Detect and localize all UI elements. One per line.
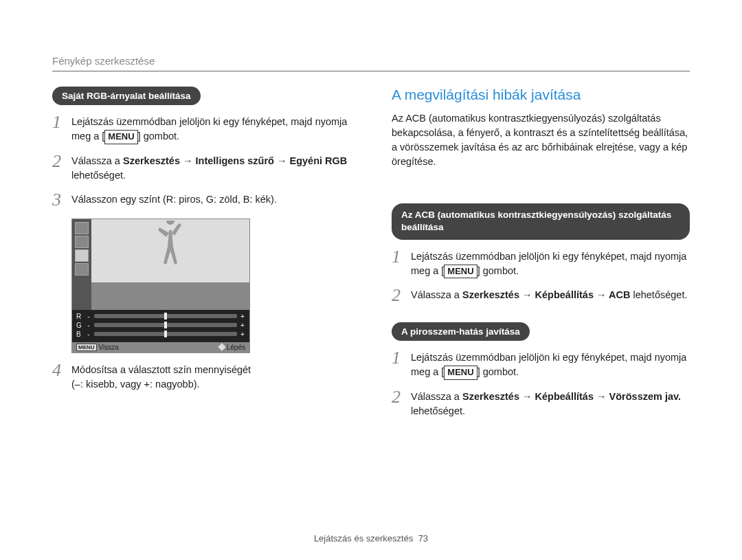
- menu-button-label: MENU: [104, 130, 137, 144]
- page-footer: Lejátszás és szerkesztés 73: [0, 533, 742, 544]
- camera-screen-mockup: R - + G - + B - +: [71, 219, 250, 353]
- slider-row-g: G - +: [76, 322, 245, 329]
- mock-photo-area: [91, 219, 249, 310]
- step-text: lehetőséget.: [411, 405, 465, 416]
- lighting-fix-intro: Az ACB (automatikus kontrasztkiegyensúly…: [392, 111, 690, 169]
- step-text: Módosítsa a választott szín mennyiségét: [71, 363, 350, 377]
- rgb-step-1: 1 Lejátszás üzemmódban jelöljön ki egy f…: [52, 115, 350, 144]
- step-text: lehetőséget.: [71, 170, 126, 181]
- mock-footer: MENU Vissza Lépés: [72, 342, 249, 352]
- slider-plus: +: [240, 313, 245, 320]
- step-number: 2: [392, 287, 411, 304]
- mock-sidebar: [72, 219, 91, 310]
- mock-move-label: Lépés: [227, 344, 245, 351]
- step-text: (–: kisebb, vagy +: nagyobb).: [71, 377, 350, 392]
- step-body: Módosítsa a választott szín mennyiségét …: [71, 363, 350, 392]
- menu-button-label: MENU: [444, 265, 477, 279]
- mock-back: MENU Vissza: [76, 344, 119, 351]
- step-body: Válassza a Szerkesztés → Képbeállítás → …: [411, 390, 690, 418]
- redeye-step-2: 2 Válassza a Szerkesztés → Képbeállítás …: [392, 390, 690, 418]
- step-number: 3: [52, 191, 71, 209]
- step-number: 2: [392, 388, 411, 418]
- step-number: 4: [52, 361, 71, 392]
- dpad-icon: [218, 344, 225, 351]
- menu-path: Szerkesztés → Intelligens szűrő → Egyéni…: [123, 155, 347, 166]
- step-text: ] gombot.: [477, 366, 519, 377]
- step-number: 1: [392, 248, 411, 279]
- redeye-step-1: 1 Lejátszás üzemmódban jelöljön ki egy f…: [392, 350, 690, 380]
- menu-path: Szerkesztés → Képbeállítás → Vörösszem j…: [462, 391, 681, 402]
- mock-back-label: Vissza: [99, 344, 119, 351]
- rgb-section-pill: Saját RGB-árnyalat beállítása: [52, 87, 201, 105]
- rgb-sliders-panel: R - + G - + B - +: [72, 310, 249, 342]
- content-columns: Saját RGB-árnyalat beállítása 1 Lejátszá…: [52, 87, 690, 428]
- step-number: 1: [52, 113, 71, 144]
- acb-section-pill: Az ACB (automatikus kontrasztkiegyensúly…: [392, 203, 690, 239]
- rgb-step-4: 4 Módosítsa a választott szín mennyiségé…: [52, 363, 350, 392]
- slider-thumb: [164, 322, 167, 328]
- slider-minus: -: [86, 322, 91, 329]
- acb-step-1: 1 Lejátszás üzemmódban jelöljön ki egy f…: [392, 249, 690, 279]
- slider-row-b: B - +: [76, 331, 245, 338]
- slider-minus: -: [86, 331, 91, 338]
- slider-plus: +: [240, 331, 245, 338]
- rgb-step-2: 2 Válassza a Szerkesztés → Intelligens s…: [52, 154, 350, 183]
- step-body: Lejátszás üzemmódban jelöljön ki egy fén…: [71, 115, 350, 144]
- footer-page-number: 73: [418, 533, 428, 544]
- mock-sidebar-icon: [75, 249, 89, 262]
- mock-menu-icon: MENU: [76, 344, 97, 351]
- page-header-title: Fénykép szerkesztése: [52, 55, 690, 67]
- mock-sidebar-icon: [75, 263, 89, 276]
- footer-chapter: Lejátszás és szerkesztés: [314, 533, 414, 544]
- step-body: Lejátszás üzemmódban jelöljön ki egy fén…: [411, 249, 690, 279]
- slider-track: [94, 323, 237, 327]
- slider-minus: -: [86, 313, 91, 320]
- header-rule: [52, 71, 690, 71]
- step-body: Válasszon egy színt (R: piros, G: zöld, …: [71, 192, 350, 209]
- slider-row-r: R - +: [76, 313, 245, 320]
- slider-thumb: [164, 331, 167, 337]
- person-silhouette-icon: [150, 221, 191, 282]
- step-text: Válassza a: [71, 155, 123, 166]
- step-number: 1: [392, 349, 411, 380]
- right-column: A megvilágítási hibák javítása Az ACB (a…: [392, 87, 690, 428]
- step-number: 2: [52, 153, 71, 183]
- mock-sidebar-icon: [75, 236, 89, 248]
- step-text: lehetőséget.: [630, 289, 687, 300]
- step-text: Válassza a: [411, 289, 462, 300]
- menu-button-label: MENU: [444, 366, 477, 380]
- page: Fénykép szerkesztése Saját RGB-árnyalat …: [0, 0, 742, 428]
- menu-path: Szerkesztés → Képbeállítás → ACB: [462, 289, 630, 300]
- redeye-section-pill: A pirosszem-hatás javítása: [392, 322, 530, 341]
- lighting-fix-heading: A megvilágítási hibák javítása: [392, 87, 690, 103]
- slider-plus: +: [240, 322, 245, 329]
- step-body: Válassza a Szerkesztés → Képbeállítás → …: [411, 288, 690, 304]
- mock-sidebar-icon: [75, 222, 89, 234]
- rgb-step-3: 3 Válasszon egy színt (R: piros, G: zöld…: [52, 192, 350, 209]
- step-body: Válassza a Szerkesztés → Intelligens szű…: [71, 154, 350, 183]
- mock-move: Lépés: [219, 344, 245, 351]
- left-column: Saját RGB-árnyalat beállítása 1 Lejátszá…: [52, 87, 350, 428]
- mock-top: [72, 219, 249, 310]
- slider-thumb: [164, 313, 167, 320]
- slider-label-g: G: [76, 322, 83, 329]
- slider-label-b: B: [76, 331, 83, 338]
- step-text: ] gombot.: [477, 265, 519, 276]
- step-text: Válassza a: [411, 391, 462, 402]
- slider-track: [94, 314, 237, 318]
- slider-track: [94, 332, 237, 336]
- step-text: ] gombot.: [138, 131, 179, 142]
- step-body: Lejátszás üzemmódban jelöljön ki egy fén…: [411, 350, 690, 380]
- slider-label-r: R: [76, 313, 83, 320]
- acb-step-2: 2 Válassza a Szerkesztés → Képbeállítás …: [392, 288, 690, 304]
